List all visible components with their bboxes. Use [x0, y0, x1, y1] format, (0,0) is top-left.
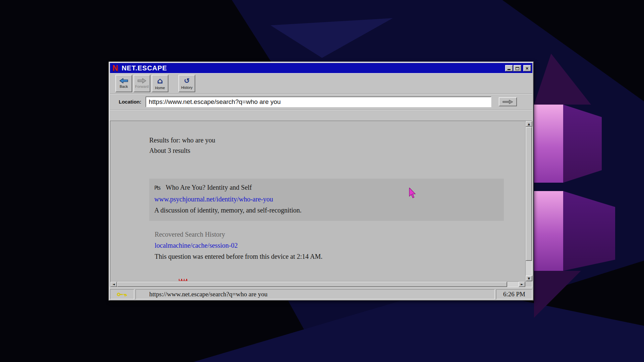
maximize-icon — [516, 67, 519, 70]
security-panel — [110, 289, 134, 299]
partial-next-result-fragment — [179, 279, 187, 281]
scroll-up-icon: ▲ — [528, 122, 530, 126]
go-button[interactable] — [499, 97, 517, 106]
browser-window: N NET.ESCAPE × Back Forward ⌂ Home ↺ Hi — [109, 62, 534, 301]
go-arrow-icon — [502, 100, 513, 104]
history-button-label: History — [181, 85, 193, 89]
forward-arrow-icon — [138, 78, 146, 83]
back-button-label: Back — [120, 84, 128, 88]
close-button[interactable]: × — [523, 65, 531, 71]
horizontal-scrollbar-thumb[interactable] — [117, 282, 507, 287]
result-title: Recovered Search History — [155, 229, 525, 240]
forward-button[interactable]: Forward — [133, 75, 150, 92]
results-header: Results for: who are you — [149, 135, 525, 145]
clock: 6:26 PM — [496, 289, 532, 299]
result-page-icon: ₧ — [154, 183, 161, 194]
forward-button-label: Forward — [135, 84, 149, 88]
location-input[interactable] — [146, 97, 492, 107]
security-key-icon — [117, 292, 127, 297]
location-bar: Location: — [110, 94, 532, 110]
desktop-shape-prism-top — [534, 105, 563, 183]
desktop-shape-prism-top-side — [563, 105, 602, 183]
title-bar[interactable]: N NET.ESCAPE × — [110, 63, 532, 73]
close-icon: × — [526, 66, 529, 71]
scroll-up-button[interactable]: ▲ — [526, 121, 532, 127]
back-button[interactable]: Back — [115, 75, 132, 92]
scroll-left-icon: ◄ — [113, 283, 115, 286]
vertical-scrollbar-thumb[interactable] — [526, 127, 532, 261]
horizontal-scrollbar[interactable]: ◄ ► — [110, 281, 525, 287]
result-description: A discussion of identity, memory, and se… — [154, 205, 498, 216]
maximize-button[interactable] — [514, 65, 521, 71]
history-icon: ↺ — [184, 77, 190, 84]
scroll-down-icon: ▼ — [528, 277, 530, 280]
results-count: About 3 results — [149, 145, 525, 156]
home-button-label: Home — [155, 86, 165, 90]
back-arrow-icon — [119, 78, 128, 83]
scroll-down-button[interactable]: ▼ — [526, 276, 532, 281]
search-result-highlighted: ₧ Who Are You? Identity and Self www.psy… — [149, 179, 504, 221]
netscape-logo-icon: N — [112, 64, 118, 72]
search-result: Recovered Search History localmachine/ca… — [149, 229, 525, 262]
history-button[interactable]: ↺ History — [178, 75, 195, 92]
toolbar: Back Forward ⌂ Home ↺ History — [110, 73, 532, 94]
status-bar: https://www.net.escape/search?q=who are … — [110, 289, 532, 299]
location-label: Location: — [119, 99, 142, 105]
scroll-left-button[interactable]: ◄ — [110, 282, 117, 287]
window-controls: × — [505, 65, 531, 71]
status-url: https://www.net.escape/search?q=who are … — [136, 289, 495, 299]
result-link[interactable]: www.psychjournal.net/identity/who-are-yo… — [154, 194, 498, 205]
chrome-spacer — [110, 110, 532, 121]
result-link[interactable]: localmachine/cache/session-02 — [155, 240, 525, 251]
scrollbar-corner — [525, 281, 532, 287]
home-button[interactable]: ⌂ Home — [152, 75, 168, 92]
result-description: This question was entered before from th… — [155, 251, 525, 262]
content-area: Results for: who are you About 3 results… — [110, 121, 532, 287]
desktop-shape-prism-bottom — [534, 191, 563, 271]
page-content: Results for: who are you About 3 results… — [110, 121, 525, 281]
vertical-scrollbar[interactable]: ▲ ▼ — [525, 121, 532, 281]
minimize-icon — [507, 69, 511, 70]
home-icon: ⌂ — [157, 77, 163, 85]
scroll-right-icon: ► — [521, 283, 523, 286]
minimize-button[interactable] — [505, 65, 513, 71]
result-title: Who Are You? Identity and Self — [166, 182, 252, 193]
window-title: NET.ESCAPE — [122, 64, 167, 72]
scroll-right-button[interactable]: ► — [519, 282, 525, 287]
